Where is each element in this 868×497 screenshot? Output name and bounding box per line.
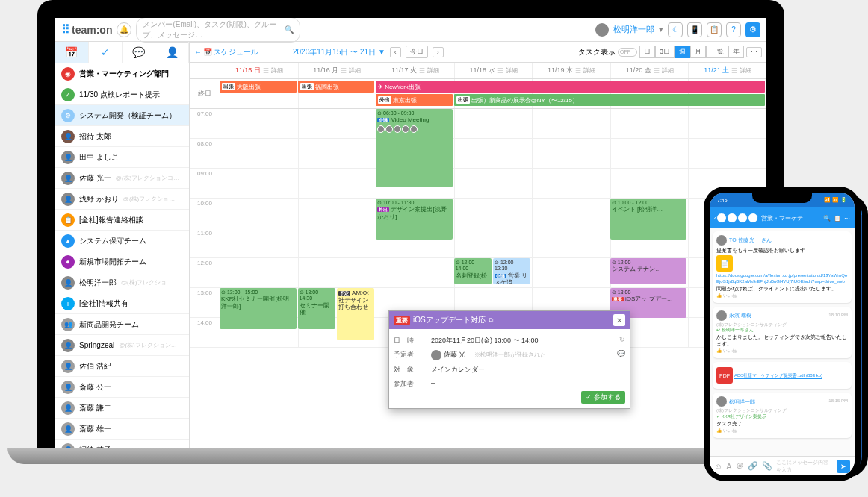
- task-toggle[interactable]: OFF: [618, 48, 637, 57]
- sidebar-item[interactable]: 👤招待 太郎: [55, 126, 189, 147]
- sidebar-item[interactable]: 👤松明洋一郎@(株)フレクショ…: [55, 272, 189, 293]
- search-input[interactable]: メンバー(Email)、タスク(期限)、グループ、メッセージ… 🔍: [136, 18, 300, 43]
- day-header[interactable]: 11/19 木 ☰詳細: [532, 63, 610, 78]
- view-button-週[interactable]: 週: [675, 46, 690, 58]
- sidebar-item[interactable]: 👤斎藤 謙二: [55, 398, 189, 419]
- help-icon[interactable]: ?: [726, 22, 741, 37]
- settings-icon[interactable]: ⚙: [745, 22, 760, 37]
- allday-event[interactable]: 出張大阪出張: [220, 81, 297, 93]
- day-header[interactable]: 11/20 金 ☰詳細: [610, 63, 689, 78]
- date-range[interactable]: 2020年11月15日 〜 21日 ▼: [293, 47, 385, 57]
- sidebar-item[interactable]: 👤田中 よしこ: [55, 147, 189, 168]
- join-button[interactable]: ✓ 参加する: [581, 391, 625, 404]
- copy-icon[interactable]: ⧉: [489, 316, 493, 325]
- chat-message[interactable]: PDF ABC社様マーケティング提案書.pdf (883 kb): [713, 362, 852, 389]
- allday-event[interactable]: 出張福岡出張: [298, 81, 375, 93]
- mention-icon[interactable]: ＠: [736, 460, 744, 472]
- search-icon[interactable]: 🔍: [823, 215, 831, 222]
- calendar-event[interactable]: ⊙ 12:00 -システム テナン…: [610, 258, 687, 284]
- calendar-event[interactable]: ⊙ 06:30 - 09:30会議 Video Meeting: [376, 109, 453, 187]
- chat-icon[interactable]: 💬: [617, 350, 625, 360]
- next-button[interactable]: ›: [433, 47, 444, 57]
- pdf-icon[interactable]: PDF: [716, 367, 733, 384]
- send-button[interactable]: ➤: [837, 460, 850, 473]
- allday-event[interactable]: ✈NewYork出張: [376, 81, 765, 93]
- sidebar-item[interactable]: 👤招待 花子: [55, 440, 189, 448]
- sb-tab-user[interactable]: 👤: [155, 42, 189, 63]
- sidebar-item[interactable]: ●新規市場開拓チーム: [55, 251, 189, 272]
- like-button[interactable]: 👍 いいね: [716, 293, 848, 299]
- detail-label[interactable]: 詳細: [427, 66, 439, 75]
- view-button-年[interactable]: 年: [728, 46, 744, 58]
- more-icon[interactable]: ⋯: [746, 47, 762, 57]
- avatar[interactable]: [595, 23, 609, 37]
- view-button-一覧[interactable]: 一覧: [706, 46, 728, 58]
- detail-label[interactable]: 詳細: [740, 66, 751, 75]
- doc-icon[interactable]: 📄: [716, 255, 733, 272]
- detail-label[interactable]: 詳細: [349, 66, 361, 75]
- calendar-event[interactable]: ⊙ 13:00 - 15:00KKR社セミナー開催[松明洋一郎]: [220, 288, 297, 329]
- phone-input-placeholder[interactable]: ここにメッセージ内容を入力: [776, 459, 833, 474]
- a-icon[interactable]: A: [726, 462, 731, 471]
- sidebar-item[interactable]: 👥新商品開発チーム: [55, 314, 189, 335]
- calendar-event[interactable]: ⊙ 12:00 - 12:30会議 営業 リスケ済: [493, 258, 530, 284]
- calendar-event[interactable]: 予定 AMXX社デザイン打ち合わせ: [337, 288, 374, 340]
- attach-icon[interactable]: 📎: [762, 461, 772, 471]
- msg-link[interactable]: https://docs.google.com/a/flexion.co.jp/…: [716, 273, 848, 285]
- calendar-event[interactable]: ⊙ 13:00 - 14:30セミナー開催: [298, 288, 335, 329]
- like-button[interactable]: 👍 いいね: [716, 428, 848, 434]
- detail-label[interactable]: 詳細: [506, 66, 518, 75]
- calendar-event[interactable]: ⊙ 12:00 - 14:00名刺登録[松: [454, 258, 492, 284]
- sidebar-item[interactable]: 👤佐伯 浩紀: [55, 356, 189, 377]
- detail-label[interactable]: 詳細: [583, 66, 595, 75]
- sidebar-item[interactable]: 👤斎藤 雄一: [55, 419, 189, 440]
- sidebar-item[interactable]: 👤佐藤 光一@(株)フレクションコ…: [55, 168, 189, 189]
- calendar-event[interactable]: ⊙ 10:00 - 12:00イベント [松明洋…: [610, 199, 687, 240]
- day-header[interactable]: 11/17 火 ☰詳細: [376, 63, 454, 78]
- chat-message[interactable]: 永濱 瑞樹18:10 PM(株)フレクションコンサルティング↩ 松明洋一郎 さん…: [713, 307, 852, 359]
- sb-tab-calendar[interactable]: 📅: [55, 42, 89, 63]
- allday-event[interactable]: 出張出張）新商品の展示会@NY（〜12/15）: [454, 94, 765, 106]
- allday-event[interactable]: 外出東京出張: [376, 94, 453, 106]
- pdf-name[interactable]: ABC社様マーケティング提案書.pdf (883 kb): [734, 374, 822, 378]
- sidebar-item[interactable]: 📋[全社]報告連絡相談: [55, 210, 189, 231]
- clipboard-icon[interactable]: 📋: [834, 215, 841, 222]
- day-header[interactable]: 11/18 水 ☰詳細: [454, 63, 533, 78]
- mobile-icon[interactable]: 📱: [687, 22, 702, 37]
- sb-tab-chat[interactable]: 💬: [123, 42, 156, 63]
- day-header[interactable]: 11/21 土 ☰詳細: [688, 63, 766, 78]
- notification-icon[interactable]: 🔔: [117, 22, 131, 37]
- day-header[interactable]: 11/16 月 ☰詳細: [298, 63, 376, 78]
- sidebar-item[interactable]: 👤斎藤 公一: [55, 377, 189, 398]
- today-button[interactable]: 今日: [406, 46, 428, 58]
- more-icon[interactable]: ⋯: [844, 215, 850, 222]
- clipboard-icon[interactable]: 📋: [707, 22, 722, 37]
- prev-button[interactable]: ‹: [390, 47, 401, 57]
- sidebar-item[interactable]: ◉営業・マーケティング部門: [55, 63, 189, 84]
- detail-label[interactable]: 詳細: [662, 66, 674, 75]
- sidebar-item[interactable]: ▲システム保守チーム: [55, 231, 189, 251]
- sidebar-item[interactable]: ✓11/30 点検レポート提示: [55, 84, 189, 105]
- sidebar-item[interactable]: ⚙システム開発（検証チーム）: [55, 105, 189, 126]
- file-icon[interactable]: 🔗: [748, 461, 758, 471]
- dropdown-icon[interactable]: ▾: [659, 25, 663, 34]
- calendar-event[interactable]: ⊙ 10:00 - 11:30外出 デザイン案提出[浅野 かおり]: [376, 199, 453, 240]
- back-icon[interactable]: ←: [194, 48, 202, 56]
- view-button-月[interactable]: 月: [690, 46, 706, 58]
- sidebar-item[interactable]: 👤浅野 かおり@(株)フレクショ…: [55, 189, 189, 210]
- close-button[interactable]: ✕: [613, 314, 625, 326]
- user-name[interactable]: 松明洋一郎: [613, 24, 654, 35]
- moon-icon[interactable]: ☾: [668, 22, 683, 37]
- day-header[interactable]: 11/15 日 ☰詳細: [220, 63, 298, 78]
- view-button-日[interactable]: 日: [639, 46, 655, 58]
- sb-tab-check[interactable]: ✓: [89, 42, 123, 63]
- phone-group-name[interactable]: 営業・マーケテ: [761, 214, 803, 222]
- emoji-icon[interactable]: ☺: [714, 462, 722, 471]
- refresh-icon[interactable]: ↻: [619, 336, 625, 346]
- chat-message[interactable]: TO 佐藤 光一 さん提案書をもう一度確認をお願いします📄https://doc…: [713, 231, 852, 303]
- chat-message[interactable]: 松明洋一郎18:15 PM(株)フレクションコンサルティング✓ KKR社デザイン…: [713, 393, 852, 437]
- sidebar-item[interactable]: 👤Springzeal@(株)フレクション…: [55, 335, 189, 356]
- detail-label[interactable]: 詳細: [271, 66, 283, 75]
- sidebar-item[interactable]: i[全社]情報共有: [55, 293, 189, 314]
- view-button-3日[interactable]: 3日: [655, 46, 675, 58]
